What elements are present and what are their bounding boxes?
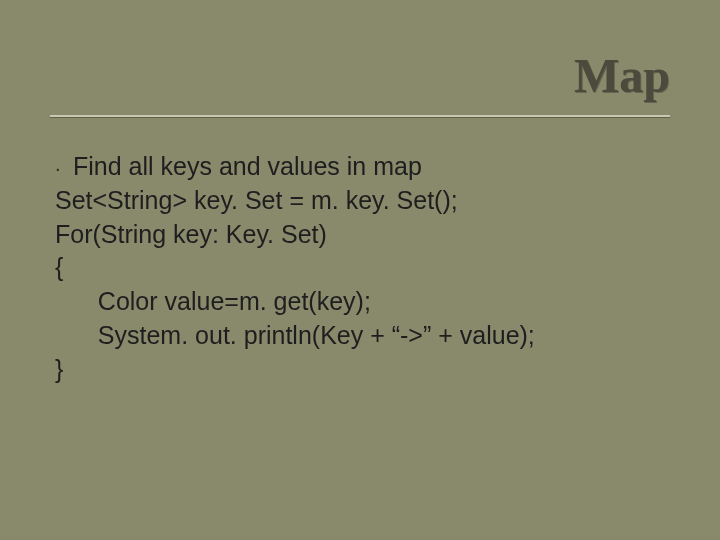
code-line-4: Color value=m. get(key);: [55, 285, 670, 319]
title-underline: [50, 115, 670, 118]
bullet-icon: ·: [55, 155, 73, 182]
bullet-text: Find all keys and values in map: [73, 150, 670, 184]
slide-title: Map: [50, 48, 670, 109]
code-line-1: Set<String> key. Set = m. key. Set();: [55, 184, 670, 218]
slide-body: · Find all keys and values in map Set<St…: [55, 150, 670, 386]
code-line-3: {: [55, 251, 670, 285]
title-area: Map: [50, 48, 670, 118]
slide: Map · Find all keys and values in map Se…: [0, 0, 720, 540]
code-line-6: }: [55, 353, 670, 387]
bullet-item: · Find all keys and values in map: [55, 150, 670, 184]
code-line-5: System. out. println(Key + “->” + value)…: [55, 319, 670, 353]
code-line-2: For(String key: Key. Set): [55, 218, 670, 252]
